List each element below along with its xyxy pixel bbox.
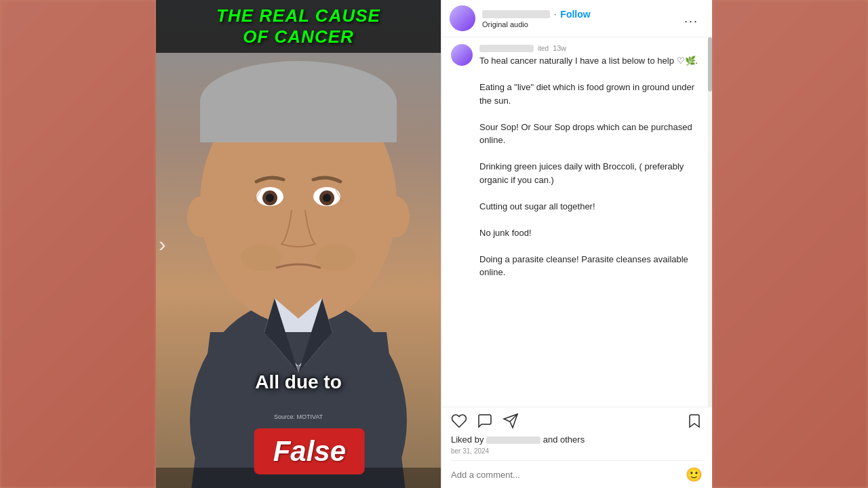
comment-time: 13w (553, 44, 566, 52)
post-date: ber 31, 2024 (451, 447, 703, 455)
video-title-line1: The REAL CAUSE (164, 5, 433, 26)
page-container: The REAL CAUSE of CANCER All due to Sour… (0, 0, 868, 488)
video-panel: The REAL CAUSE of CANCER All due to Sour… (156, 0, 441, 488)
emoji-button[interactable]: 🙂 (686, 466, 703, 483)
comment-username-blur (479, 45, 534, 52)
bg-right (712, 0, 868, 488)
svg-point-15 (323, 194, 331, 202)
action-bar: Liked by and others ber 31, 2024 🙂 (441, 407, 712, 488)
comment-badge: ited (538, 45, 549, 52)
liked-by-label: Liked by (451, 434, 484, 445)
video-title-line2: of CANCER (164, 26, 433, 47)
liked-others: others (560, 434, 585, 445)
comments-panel: · Follow Original audio ... ited (441, 0, 712, 488)
add-comment-input[interactable] (451, 470, 686, 480)
svg-point-18 (241, 244, 281, 271)
svg-point-21 (382, 197, 410, 237)
comment-meta: ited 13w (479, 44, 703, 52)
username-blur (482, 10, 550, 18)
source-watermark: Source: MOTIVAT (274, 413, 323, 420)
false-badge: False (254, 428, 365, 474)
video-subtitle: All due to (255, 371, 342, 393)
add-comment-row: 🙂 (451, 460, 703, 483)
svg-point-14 (266, 194, 274, 202)
svg-point-20 (187, 197, 214, 237)
comment-icon[interactable] (477, 413, 493, 429)
liked-username-blur (486, 436, 540, 444)
more-options-button[interactable]: ... (679, 9, 704, 28)
post-header: · Follow Original audio ... (441, 0, 712, 37)
comment-avatar (451, 44, 473, 66)
liked-and: and (543, 434, 558, 445)
like-icon[interactable] (451, 413, 467, 429)
username-row: · Follow (482, 9, 679, 20)
comment-body: ited 13w To heal cancer naturally I have… (479, 44, 703, 279)
dot-separator: · (554, 9, 556, 19)
follow-button[interactable]: Follow (560, 9, 590, 20)
center-area: The REAL CAUSE of CANCER All due to Sour… (156, 0, 712, 488)
header-info: · Follow Original audio (482, 9, 679, 28)
nav-chevron-left[interactable]: › (159, 232, 166, 257)
post-avatar (450, 5, 475, 31)
svg-rect-9 (200, 102, 397, 142)
bg-left (0, 0, 156, 488)
comment-item: ited 13w To heal cancer naturally I have… (451, 44, 703, 279)
bookmark-icon[interactable] (686, 413, 703, 429)
video-title-overlay: The REAL CAUSE of CANCER (156, 0, 441, 53)
liked-by-text: Liked by and others (451, 434, 703, 445)
scrollbar-thumb[interactable] (708, 37, 712, 92)
original-audio: Original audio (482, 20, 679, 28)
scrollbar-track (708, 37, 712, 407)
svg-point-19 (315, 244, 356, 271)
comment-text: To heal cancer naturally I have a list b… (479, 54, 703, 279)
action-icons-row (451, 413, 703, 429)
share-icon[interactable] (502, 413, 519, 429)
comments-scroll-area[interactable]: ited 13w To heal cancer naturally I have… (441, 37, 712, 407)
